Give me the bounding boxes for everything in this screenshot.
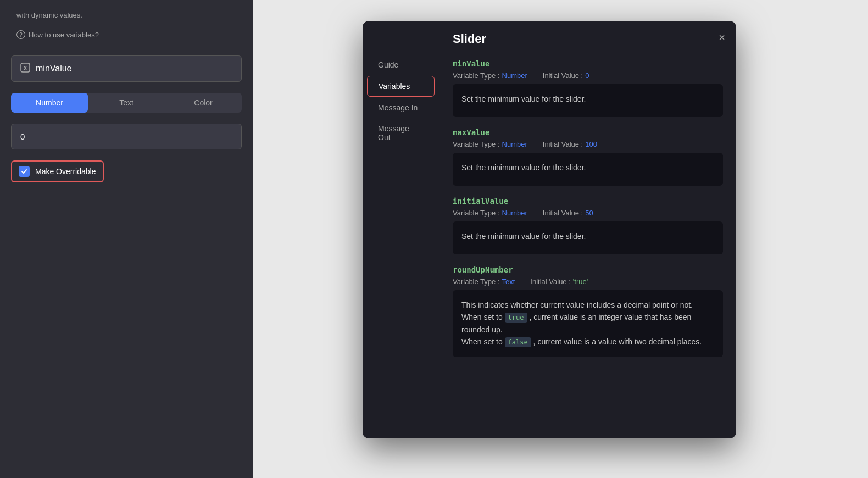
code-false: false: [505, 337, 531, 347]
top-text: with dynamic values.: [11, 11, 242, 19]
type-btn-color[interactable]: Color: [165, 93, 242, 113]
value-input[interactable]: [11, 124, 242, 149]
type-btn-text[interactable]: Text: [88, 93, 165, 113]
var-name-maxvalue: maxValue: [453, 128, 723, 137]
type-btn-number[interactable]: Number: [11, 93, 88, 113]
left-panel: with dynamic values. ? How to use variab…: [0, 0, 253, 478]
nav-item-guide[interactable]: Guide: [367, 55, 435, 75]
var-meta-initialvalue: Variable Type : Number Initial Value : 5…: [453, 209, 723, 217]
var-entry-initialvalue: initialValue Variable Type : Number Init…: [453, 197, 723, 254]
help-icon: ?: [16, 30, 25, 39]
var-meta-minvalue: Variable Type : Number Initial Value : 0: [453, 71, 723, 80]
var-initval-maxvalue: 100: [585, 140, 597, 148]
var-initval-initialvalue: 50: [585, 209, 593, 217]
nav-item-variables[interactable]: Variables: [367, 76, 435, 97]
variable-name-display: minValue: [36, 64, 72, 74]
help-text: How to use variables?: [29, 31, 99, 39]
var-initval-minvalue: 0: [585, 71, 589, 80]
nav-item-message-in[interactable]: Message In: [367, 98, 435, 118]
type-selector: Number Text Color: [11, 93, 242, 113]
nav-item-message-out[interactable]: Message Out: [367, 119, 435, 147]
help-link[interactable]: ? How to use variables?: [11, 30, 242, 39]
overridable-label: Make Overridable: [35, 167, 96, 176]
code-true: true: [505, 313, 527, 323]
variable-x-icon: x: [20, 63, 30, 75]
var-type-maxvalue: Number: [502, 140, 527, 148]
var-type-roundupnumber: Text: [502, 277, 515, 286]
var-entry-minvalue: minValue Variable Type : Number Initial …: [453, 59, 723, 117]
variable-name-field: x minValue: [11, 55, 242, 82]
var-meta-roundupnumber: Variable Type : Text Initial Value : 'tr…: [453, 277, 723, 286]
var-name-roundupnumber: roundUpNumber: [453, 265, 723, 274]
var-entry-maxvalue: maxValue Variable Type : Number Initial …: [453, 128, 723, 186]
var-desc-maxvalue: Set the minimum value for the slider.: [453, 153, 723, 186]
close-button[interactable]: ×: [719, 32, 725, 43]
var-entry-roundupnumber: roundUpNumber Variable Type : Text Initi…: [453, 265, 723, 357]
var-initval-roundupnumber: 'true': [573, 277, 588, 286]
overridable-checkbox[interactable]: [19, 166, 30, 177]
modal-sidebar: Guide Variables Message In Message Out: [363, 21, 439, 438]
var-desc-initialvalue: Set the minimum value for the slider.: [453, 221, 723, 254]
modal-dialog: Guide Variables Message In Message Out S…: [363, 21, 736, 438]
make-overridable-row[interactable]: Make Overridable: [11, 160, 104, 182]
var-name-minvalue: minValue: [453, 59, 723, 68]
var-desc-minvalue: Set the minimum value for the slider.: [453, 84, 723, 117]
svg-text:x: x: [24, 65, 27, 71]
var-name-initialvalue: initialValue: [453, 197, 723, 205]
modal-main-content: Slider × minValue Variable Type : Number…: [439, 21, 736, 438]
var-type-minvalue: Number: [502, 71, 527, 80]
modal-title: Slider: [453, 32, 723, 46]
var-type-initialvalue: Number: [502, 209, 527, 217]
var-meta-maxvalue: Variable Type : Number Initial Value : 1…: [453, 140, 723, 148]
var-desc-roundupnumber: This indicates whether current value inc…: [453, 290, 723, 357]
